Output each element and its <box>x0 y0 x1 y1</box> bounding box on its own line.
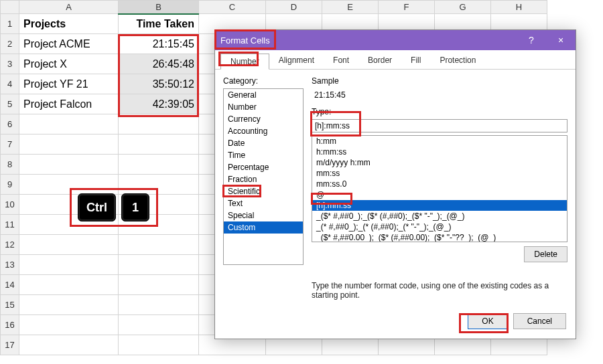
row-header-7[interactable]: 7 <box>1 134 19 155</box>
row-header-2[interactable]: 2 <box>1 34 19 54</box>
row-header-1[interactable]: 1 <box>1 14 19 34</box>
col-header-G[interactable]: G <box>435 1 491 14</box>
dialog-title: Format Cells <box>220 35 270 46</box>
row-header-6[interactable]: 6 <box>1 114 19 134</box>
cell-A1[interactable]: Projects <box>19 14 119 34</box>
format-item[interactable]: h:mm:ss <box>312 147 567 157</box>
category-item-general[interactable]: General <box>224 89 303 101</box>
category-label: Category: <box>223 76 304 86</box>
format-item[interactable]: _($* #,##0.00_);_($* (#,##0.00);_($* "-"… <box>312 232 567 242</box>
category-item-accounting[interactable]: Accounting <box>224 125 303 137</box>
format-item[interactable]: _($* #,##0_);_($* (#,##0);_($* "-"_);_(@… <box>312 211 567 221</box>
category-item-date[interactable]: Date <box>224 137 303 149</box>
category-item-percentage[interactable]: Percentage <box>224 161 303 173</box>
cell-B4[interactable]: 35:50:12 <box>119 74 199 94</box>
format-listbox[interactable]: h:mm h:mm:ss m/d/yyyy h:mm mm:ss mm:ss.0… <box>312 135 567 242</box>
close-button[interactable]: × <box>546 30 576 50</box>
keycap-ctrl: Ctrl <box>78 193 116 221</box>
category-item-fraction[interactable]: Fraction <box>224 173 303 185</box>
cell-B1[interactable]: Time Taken <box>119 14 199 34</box>
col-header-B[interactable]: B <box>119 1 199 14</box>
format-cells-dialog: Format Cells ? × Number Alignment Font B… <box>214 29 576 339</box>
row-header-11[interactable]: 11 <box>1 215 19 235</box>
format-item[interactable]: h:mm <box>312 136 567 147</box>
type-label: Type: <box>312 107 567 116</box>
category-item-scientific[interactable]: Scientific <box>224 185 303 197</box>
tab-protection[interactable]: Protection <box>430 53 485 69</box>
tab-font[interactable]: Font <box>324 53 358 69</box>
close-icon: × <box>558 35 563 46</box>
row-header-15[interactable]: 15 <box>1 295 19 315</box>
category-item-custom[interactable]: Custom <box>224 221 303 234</box>
cell-A2[interactable]: Project ACME <box>19 34 119 54</box>
category-item-text[interactable]: Text <box>224 197 303 209</box>
cell-A3[interactable]: Project X <box>19 54 119 74</box>
col-header-D[interactable]: D <box>266 1 322 14</box>
format-item[interactable]: @ <box>312 189 567 200</box>
row-header-12[interactable]: 12 <box>1 235 19 255</box>
col-header-H[interactable]: H <box>491 1 547 14</box>
cell-B2[interactable]: 21:15:45 <box>119 34 199 54</box>
cell-A5[interactable]: Project Falcon <box>19 94 119 114</box>
col-header-C[interactable]: C <box>199 1 266 14</box>
format-item[interactable]: _(* #,##0_);_(* (#,##0);_(* "-"_);_(@_) <box>312 221 567 232</box>
category-item-number[interactable]: Number <box>224 101 303 113</box>
col-header-A[interactable]: A <box>19 1 119 14</box>
row-header-10[interactable]: 10 <box>1 195 19 215</box>
category-listbox[interactable]: General Number Currency Accounting Date … <box>223 88 304 265</box>
dialog-titlebar[interactable]: Format Cells ? × <box>215 30 576 50</box>
corner-cell[interactable] <box>1 1 19 14</box>
row-header-8[interactable]: 8 <box>1 155 19 175</box>
cell-A4[interactable]: Project YF 21 <box>19 74 119 94</box>
hint-text: Type the number format code, using one o… <box>312 262 567 300</box>
cell-B5[interactable]: 42:39:05 <box>119 94 199 114</box>
category-item-special[interactable]: Special <box>224 209 303 221</box>
sample-label: Sample <box>312 76 567 86</box>
category-item-time[interactable]: Time <box>224 149 303 161</box>
tab-alignment[interactable]: Alignment <box>269 53 324 69</box>
row-header-14[interactable]: 14 <box>1 275 19 295</box>
row-header-9[interactable]: 9 <box>1 175 19 195</box>
keycap-1: 1 <box>121 193 149 221</box>
row-header-4[interactable]: 4 <box>1 74 19 94</box>
col-header-F[interactable]: F <box>379 1 435 14</box>
cell-B3[interactable]: 26:45:48 <box>119 54 199 74</box>
format-item[interactable]: m/d/yyyy h:mm <box>312 157 567 168</box>
format-item-selected[interactable]: [h]:mm:ss <box>312 200 567 211</box>
ok-button[interactable]: OK <box>468 313 507 329</box>
tab-fill[interactable]: Fill <box>401 53 430 69</box>
row-header-16[interactable]: 16 <box>1 315 19 335</box>
delete-button[interactable]: Delete <box>524 246 567 262</box>
row-header-3[interactable]: 3 <box>1 54 19 74</box>
cancel-button[interactable]: Cancel <box>513 313 566 329</box>
type-input[interactable] <box>312 119 567 132</box>
row-header-5[interactable]: 5 <box>1 94 19 114</box>
help-button[interactable]: ? <box>517 30 546 50</box>
dialog-tabs: Number Alignment Font Border Fill Protec… <box>215 50 576 70</box>
tab-number[interactable]: Number <box>220 54 269 70</box>
col-header-E[interactable]: E <box>322 1 379 14</box>
format-item[interactable]: mm:ss.0 <box>312 179 567 189</box>
category-item-currency[interactable]: Currency <box>224 113 303 125</box>
row-header-13[interactable]: 13 <box>1 255 19 275</box>
sample-value: 21:15:45 <box>312 88 567 102</box>
row-header-17[interactable]: 17 <box>1 335 19 355</box>
tab-border[interactable]: Border <box>358 53 401 69</box>
format-item[interactable]: mm:ss <box>312 168 567 179</box>
